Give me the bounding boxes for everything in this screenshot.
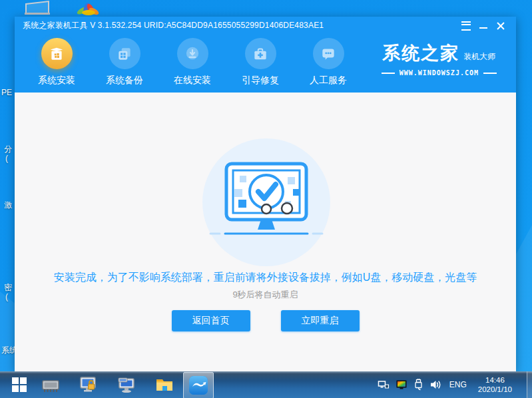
taskbar: ENG 14:46 2020/1/10 — [0, 371, 532, 398]
desktop-label-fragment[interactable]: PE — [1, 88, 12, 97]
network-icon[interactable] — [378, 379, 390, 391]
system-backup-icon — [109, 38, 140, 69]
display-color-icon[interactable] — [396, 379, 407, 391]
clock-time: 14:46 — [478, 375, 512, 385]
back-home-button[interactable]: 返回首页 — [172, 310, 250, 331]
file-explorer-icon[interactable] — [145, 371, 183, 398]
install-complete-message: 安装完成，为了不影响系统部署，重启前请将外接设备拔掉，例如U盘，移动硬盘，光盘等 — [15, 271, 516, 285]
show-desktop-button[interactable] — [527, 371, 532, 398]
window-header: 系统之家装机工具 V 3.1.532.254 URID:A5C84DD9A165… — [15, 17, 516, 93]
usb-icon[interactable] — [413, 379, 423, 391]
nav-label: 引导修复 — [242, 75, 279, 87]
window-controls — [457, 17, 509, 35]
nav-item-system-install[interactable]: 系统安装 — [25, 35, 89, 87]
nav-bar: 系统安装 系统备份 — [25, 35, 364, 87]
action-buttons: 返回首页 立即重启 — [15, 310, 516, 331]
desktop-label-fragment[interactable]: ( — [5, 292, 8, 301]
desktop-label-fragment[interactable]: 激 — [4, 200, 12, 211]
boot-repair-icon — [245, 38, 276, 69]
system-tray: ENG 14:46 2020/1/10 — [378, 371, 512, 398]
minimize-icon[interactable] — [475, 17, 492, 35]
clock-date: 2020/1/10 — [478, 385, 512, 394]
brand-subtitle: 装机大师 — [463, 51, 495, 63]
taskbar-clock[interactable]: 14:46 2020/1/10 — [478, 375, 512, 394]
nav-item-support-service[interactable]: 人工服务 — [296, 35, 360, 87]
titlebar[interactable]: 系统之家装机工具 V 3.1.532.254 URID:A5C84DD9A165… — [15, 17, 516, 35]
support-service-icon — [313, 38, 344, 69]
language-indicator[interactable]: ENG — [449, 380, 467, 389]
nav-item-boot-repair[interactable]: 引导修复 — [228, 35, 292, 87]
desktop-screen: PE 分 ( 激 密 ( 系统 系统之家装机工具 V 3.1.532.254 U… — [0, 0, 532, 398]
brand-name: 系统之家 — [382, 41, 459, 65]
desktop-pc-icon[interactable] — [22, 0, 53, 19]
restart-countdown: 9秒后将自动重启 — [15, 289, 516, 301]
dash-line — [483, 73, 497, 74]
nav-item-system-backup[interactable]: 系统备份 — [93, 35, 156, 87]
online-install-icon — [177, 38, 208, 69]
brand-website: WWW.WINDOWSZJ.COM — [399, 69, 479, 77]
nav-item-online-install[interactable]: 在线安装 — [160, 35, 224, 87]
nav-label: 在线安装 — [174, 75, 211, 87]
windows-logo-icon — [12, 377, 27, 392]
install-complete-illustration — [202, 138, 330, 266]
system-install-icon — [41, 38, 73, 69]
brand-logo: 系统之家 装机大师 WWW.WINDOWSZJ.COM — [377, 41, 501, 77]
app-window: 系统之家装机工具 V 3.1.532.254 URID:A5C84DD9A165… — [15, 17, 516, 371]
nav-label: 系统安装 — [38, 75, 75, 87]
volume-icon[interactable] — [429, 379, 441, 391]
display-lock-app-icon[interactable] — [69, 371, 107, 398]
taskbar-apps — [31, 371, 214, 398]
memory-chip-app-icon[interactable] — [31, 371, 69, 398]
close-icon[interactable] — [492, 17, 509, 35]
installer-app-taskbar-icon[interactable] — [183, 372, 214, 398]
menu-icon[interactable] — [457, 17, 475, 35]
window-title: 系统之家装机工具 V 3.1.532.254 URID:A5C84DD9A165… — [23, 20, 324, 31]
main-content: 安装完成，为了不影响系统部署，重启前请将外接设备拔掉，例如U盘，移动硬盘，光盘等… — [15, 93, 516, 371]
desktop-label-fragment[interactable]: ( — [5, 154, 8, 163]
nav-label: 人工服务 — [310, 75, 347, 87]
computer-keyboard-app-icon[interactable] — [107, 371, 145, 398]
dash-line — [382, 73, 395, 74]
restart-now-button[interactable]: 立即重启 — [281, 310, 360, 331]
nav-label: 系统备份 — [106, 75, 143, 87]
